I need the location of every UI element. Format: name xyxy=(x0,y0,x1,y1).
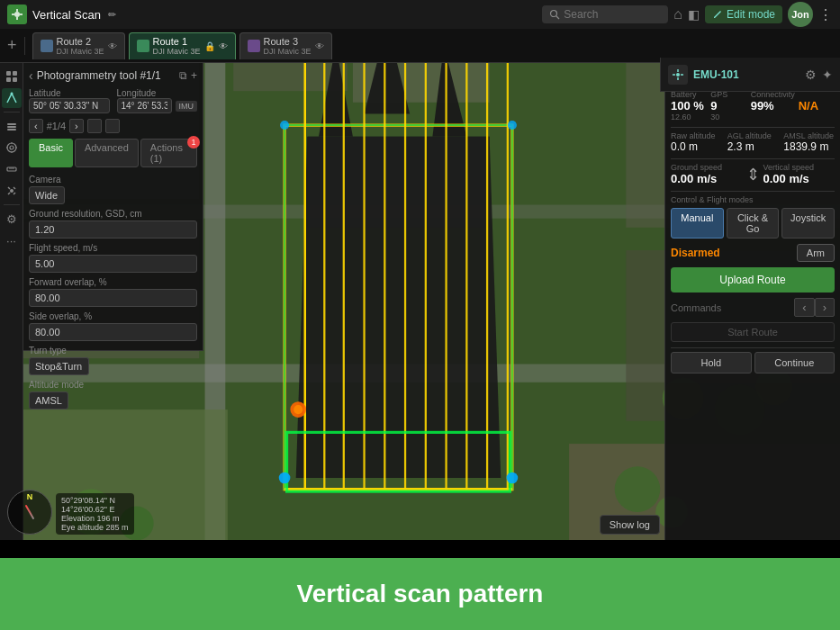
coord-lat: 50°29'08.14" N xyxy=(61,496,129,505)
sidebar-layers-icon[interactable] xyxy=(2,116,22,136)
route1-drone: DJI Mavic 3E xyxy=(153,47,201,56)
topbar: Vertical Scan ✏ ⌂ ◧ Edit mode Jon ⋮ xyxy=(0,0,840,29)
search-input[interactable] xyxy=(564,8,654,21)
tool-panel: ‹ Photogrammetry tool #1/1 ⧉ + Latitude … xyxy=(23,63,203,351)
gsd-input[interactable] xyxy=(29,220,197,238)
tool-panel-title: Photogrammetry tool #1/1 xyxy=(37,69,176,82)
continue-button[interactable]: Continue xyxy=(754,352,835,374)
speed-input[interactable] xyxy=(29,255,197,273)
emu-propeller-icon[interactable]: ✦ xyxy=(822,68,833,82)
camera-field: Camera Wide xyxy=(29,175,197,204)
route-action-buttons: Start Route xyxy=(671,322,835,342)
search-bar[interactable] xyxy=(542,5,668,23)
lat-input[interactable] xyxy=(29,98,110,113)
disarmed-label: Disarmed xyxy=(671,247,797,259)
forward-overlap-input[interactable] xyxy=(29,289,197,307)
emu-settings-icon[interactable]: ⚙ xyxy=(805,68,817,82)
divider-3 xyxy=(671,191,835,192)
coordinates-overlay: 50°29'08.14" N 14°26'00.62" E Elevation … xyxy=(56,493,134,535)
sidebar-more-icon[interactable]: ··· xyxy=(2,230,22,250)
joystick-button[interactable]: Joystick xyxy=(781,208,835,238)
commands-prev-button[interactable]: ‹ xyxy=(794,298,814,317)
manual-button[interactable]: Manual xyxy=(671,208,724,238)
sidebar-target-icon[interactable] xyxy=(2,138,22,158)
camera-select[interactable]: Wide xyxy=(29,186,65,204)
page-square-button2[interactable] xyxy=(105,119,120,133)
page-square-button[interactable] xyxy=(87,119,102,133)
svg-rect-12 xyxy=(6,71,11,76)
tool-panel-header: ‹ Photogrammetry tool #1/1 ⧉ + xyxy=(29,68,197,83)
back-button[interactable]: ‹ xyxy=(29,68,33,83)
page-nav: ‹ #1/4 › xyxy=(29,119,197,133)
route-tab-1[interactable]: Route 1 DJI Mavic 3E 🔒 👁 xyxy=(129,32,236,59)
route-tab-2[interactable]: Route 2 DJI Mavic 3E 👁 xyxy=(32,32,125,59)
close-icon[interactable]: + xyxy=(191,69,197,82)
svg-rect-13 xyxy=(13,71,17,76)
vertical-speed: Vertical speed 0.00 m/s xyxy=(763,163,835,185)
route1-lock-icon[interactable]: 🔒 xyxy=(204,41,215,51)
svg-point-77 xyxy=(507,472,519,484)
compass-north: N xyxy=(27,492,33,501)
ground-speed: Ground speed 0.00 m/s xyxy=(671,163,743,185)
imu-button[interactable]: IMU xyxy=(176,101,198,112)
layers-icon[interactable]: ◧ xyxy=(688,7,700,22)
route3-eye-icon[interactable]: 👁 xyxy=(315,41,324,51)
page-title: Vertical Scan xyxy=(32,8,101,22)
route-add-icon[interactable]: + xyxy=(7,36,17,55)
sidebar-route-icon[interactable] xyxy=(2,88,22,108)
edit-icon[interactable]: ✏ xyxy=(108,9,116,21)
raw-alt-value: 0.0 m xyxy=(671,140,722,153)
sidebar-map-icon[interactable] xyxy=(2,67,22,86)
route2-drone: DJI Mavic 3E xyxy=(57,47,104,56)
show-log-button[interactable]: Show log xyxy=(600,515,660,535)
speed-row: Ground speed 0.00 m/s ⇕ Vertical speed 0… xyxy=(671,163,835,185)
gsd-field: Ground resolution, GSD, cm xyxy=(29,209,197,238)
home-icon[interactable]: ⌂ xyxy=(673,6,682,22)
svg-line-31 xyxy=(8,187,10,189)
route-tabs-bar: + Route 2 DJI Mavic 3E 👁 Route 1 DJI Mav… xyxy=(0,29,840,63)
arm-status-row: Disarmed Arm xyxy=(671,244,835,262)
sidebar-ruler-icon[interactable] xyxy=(2,159,22,179)
start-route-button[interactable]: Start Route xyxy=(671,322,835,342)
svg-line-33 xyxy=(8,193,10,194)
sidebar-settings-icon[interactable]: ⚙ xyxy=(2,209,22,229)
svg-line-34 xyxy=(14,193,15,194)
tab-actions[interactable]: Actions (1) 1 xyxy=(140,139,197,167)
altitude-mode-field: Altitude mode AMSL xyxy=(29,380,197,410)
svg-point-30 xyxy=(10,189,14,193)
side-overlap-input[interactable] xyxy=(29,323,197,341)
na-stat: _ N/A xyxy=(799,90,835,122)
route1-eye-icon[interactable]: 👁 xyxy=(219,41,228,51)
commands-next-button[interactable]: › xyxy=(815,298,835,317)
coord-elevation: Elevation 196 m xyxy=(61,514,129,523)
divider-2 xyxy=(671,158,835,159)
tab-basic[interactable]: Basic xyxy=(29,139,73,167)
agl-alt: AGL altitude 2.3 m xyxy=(727,131,779,153)
page-next-button[interactable]: › xyxy=(69,119,84,133)
lat-label: Latitude xyxy=(29,88,110,98)
hold-button[interactable]: Hold xyxy=(671,352,752,374)
tab-advanced[interactable]: Advanced xyxy=(75,139,139,167)
route3-drone: DJI Mavic 3E xyxy=(264,47,312,56)
route2-eye-icon[interactable]: 👁 xyxy=(108,41,117,51)
turn-type-select[interactable]: Stop&Turn xyxy=(29,357,89,375)
battery-stat: Battery 100 % 12.60 xyxy=(671,90,707,122)
battery-sub: 12.60 xyxy=(671,112,707,122)
svg-point-76 xyxy=(279,472,291,484)
copy-icon[interactable]: ⧉ xyxy=(179,69,187,82)
gps-value: 9 xyxy=(710,99,746,112)
connectivity-stat: Connectivity 99% xyxy=(751,90,795,122)
arm-button[interactable]: Arm xyxy=(797,244,835,262)
route-tab-3[interactable]: Route 3 DJI Mavic 3E 👁 xyxy=(239,32,332,59)
page-info: #1/4 xyxy=(47,121,66,131)
more-menu-icon[interactable]: ⋮ xyxy=(818,6,833,23)
svg-point-21 xyxy=(10,146,14,149)
flight-mode-buttons: Manual Click & Go Joystick xyxy=(671,208,835,238)
page-prev-button[interactable]: ‹ xyxy=(29,119,43,133)
sidebar-drone-icon[interactable] xyxy=(2,181,22,201)
edit-mode-button[interactable]: Edit mode xyxy=(705,5,782,23)
altitude-mode-select[interactable]: AMSL xyxy=(29,392,68,410)
click-go-button[interactable]: Click & Go xyxy=(727,208,780,238)
upload-route-button[interactable]: Upload Route xyxy=(671,267,835,292)
lng-input[interactable] xyxy=(117,98,172,113)
